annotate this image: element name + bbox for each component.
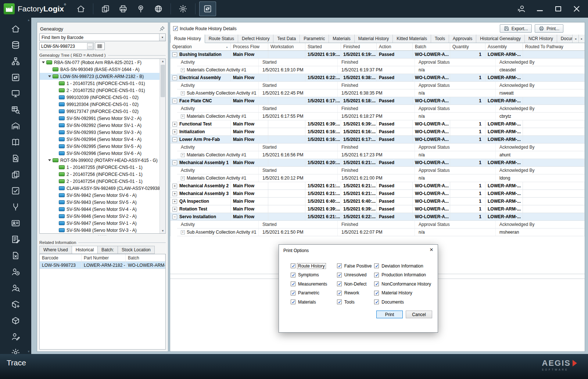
print-option-false-positive[interactable]: False Positive bbox=[337, 263, 374, 269]
expand-activity-icon[interactable]: + bbox=[181, 91, 185, 95]
tree-node[interactable]: SV-SN-9848 (Servo Motor SV-3 - A) bbox=[40, 227, 165, 234]
operation-row[interactable]: +Mechanical Assembly 3Main Flow1/5/2021 … bbox=[170, 190, 585, 198]
column-header-routed-to-pathway[interactable]: Routed To Pathway bbox=[523, 43, 585, 50]
find-mode-select[interactable]: Find Item by Barcode ▼ bbox=[39, 33, 166, 41]
print-option-material-history[interactable]: Material History bbox=[374, 290, 432, 296]
close-button[interactable] bbox=[568, 0, 585, 18]
operation-row[interactable]: −Electrical AssemblyMain Flow1/5/2021 6:… bbox=[170, 74, 585, 82]
scroll-thumb[interactable] bbox=[161, 65, 165, 97]
print-option-nonconformance-history[interactable]: NonConformance History bbox=[374, 281, 432, 287]
activity-row[interactable]: +Materials Collection Activity #11/5/202… bbox=[177, 151, 585, 159]
column-header-operation[interactable]: Operation▲ bbox=[170, 43, 231, 50]
related-column-header[interactable]: Barcode bbox=[40, 254, 82, 261]
tree-node[interactable]: 999173747 (INFORCE-CNS-01 - 02) bbox=[40, 108, 165, 115]
settings-button[interactable] bbox=[175, 1, 191, 16]
tree-node[interactable]: 2 - 201407252 (INFORCE-CNS-01 - 01) bbox=[40, 87, 165, 94]
checkbox-icon[interactable] bbox=[291, 263, 295, 268]
related-row[interactable]: LOW-SN-998723 LOWER-ARM-2182 - B WO-LOWE… bbox=[40, 262, 165, 269]
documents-button[interactable] bbox=[97, 1, 114, 16]
operation-row[interactable]: +Functional TestMain Flow1/5/2021 6:39:.… bbox=[170, 120, 585, 128]
print-option-unresolved[interactable]: Unresolved bbox=[337, 272, 374, 278]
dialog-cancel-button[interactable]: Cancel bbox=[406, 311, 432, 318]
dialog-print-button[interactable]: Print bbox=[376, 311, 403, 318]
related-column-header[interactable]: Batch bbox=[126, 254, 165, 261]
sidebar-item-remove-document[interactable] bbox=[0, 247, 31, 263]
tree-node[interactable]: SV-SN-9842 (Servo Motor SV-6 - A) bbox=[40, 192, 165, 199]
tab-approvals[interactable]: Approvals bbox=[449, 35, 476, 43]
related-tab-where-used[interactable]: Where Used bbox=[39, 246, 72, 254]
sidebar-item-copies[interactable] bbox=[0, 166, 31, 183]
expand-activity-icon[interactable]: + bbox=[181, 153, 185, 157]
column-header-started[interactable]: Started bbox=[305, 43, 341, 50]
tab-route-status[interactable]: Route Status bbox=[205, 35, 238, 43]
operation-row[interactable]: +Rotation TestMain Flow1/5/2021 6:39:...… bbox=[170, 205, 585, 213]
sidebar-item-lookup[interactable] bbox=[0, 102, 31, 118]
web-button[interactable] bbox=[150, 1, 167, 16]
tree-expander-icon[interactable] bbox=[47, 75, 52, 77]
tree-node[interactable]: SV-SN-9844 (Servo Motor SV-4 - A) bbox=[40, 206, 165, 213]
trace-module-button[interactable] bbox=[199, 1, 216, 16]
checkbox-icon[interactable] bbox=[291, 291, 295, 295]
print-toolbar-button[interactable]: Print... bbox=[535, 24, 563, 33]
checkbox-icon[interactable] bbox=[337, 291, 342, 295]
related-tab-batch[interactable]: Batch: bbox=[97, 246, 118, 254]
sidebar-item-receive[interactable] bbox=[0, 296, 31, 312]
tree-node[interactable]: 1 - 201407255 (INFORCE-CNS-01 - 1) bbox=[40, 164, 165, 171]
tree-expander-icon[interactable] bbox=[41, 61, 46, 63]
tree-node[interactable]: SV-SN-092996 (Servo Motor SV-6 - A) bbox=[40, 150, 165, 157]
collapse-row-icon[interactable]: − bbox=[172, 215, 177, 219]
tree-node[interactable]: SV-SN-9843 (Servo Motor SV-5 - A) bbox=[40, 199, 165, 206]
location-button[interactable] bbox=[132, 1, 149, 16]
sidebar-item-ship[interactable] bbox=[0, 312, 31, 328]
tree-node[interactable]: 999102039 (INFORCE-CNS-01 - 02) bbox=[40, 94, 165, 101]
tabs-scroll-right-icon[interactable]: ► bbox=[578, 35, 585, 43]
activity-row[interactable]: +Materials Collection Activity #11/5/202… bbox=[177, 113, 585, 120]
collapse-row-icon[interactable]: − bbox=[172, 137, 177, 142]
browse-button[interactable]: … bbox=[87, 43, 93, 49]
sidebar-item-badge[interactable] bbox=[0, 215, 31, 231]
sidebar-item-data[interactable] bbox=[0, 37, 31, 53]
print-option-deviation-information[interactable]: Deviation Information bbox=[374, 263, 432, 269]
sidebar-item-merge[interactable] bbox=[0, 199, 31, 215]
expand-row-icon[interactable]: + bbox=[172, 191, 177, 196]
column-header-workstation[interactable]: Workstation bbox=[268, 43, 305, 50]
tab-defect-history[interactable]: Defect History bbox=[238, 35, 273, 43]
sidebar-item-trace[interactable] bbox=[0, 69, 31, 85]
checkbox-icon[interactable] bbox=[374, 281, 379, 286]
related-tab-stock-location[interactable]: Stock Location bbox=[118, 246, 155, 254]
sidebar-item-document-search[interactable] bbox=[0, 150, 31, 166]
home-button[interactable] bbox=[72, 1, 89, 16]
tab-kitted-materials[interactable]: Kitted Materials bbox=[393, 35, 431, 43]
sidebar-item-monitor[interactable] bbox=[0, 85, 31, 102]
tree-node[interactable]: RBA-SN-077 (Robot Arm RBA-825-2021 - F) bbox=[40, 59, 165, 66]
tree-node[interactable]: SV-SN-092991 (Servo Motor SV-2 - A) bbox=[40, 115, 165, 122]
checkbox-icon[interactable] bbox=[291, 273, 295, 277]
tree-node[interactable]: SV-SN-9846 (Servo Motor SV-2 - A) bbox=[40, 213, 165, 220]
sidebar-item-user-search[interactable] bbox=[0, 280, 31, 296]
print-option-parametric[interactable]: Parametric bbox=[291, 290, 337, 296]
minimize-button[interactable] bbox=[531, 0, 549, 18]
checkbox-icon[interactable] bbox=[337, 300, 342, 304]
tree-node[interactable]: LOW-SN-998723 (LOWER-ARM-2182 - B) bbox=[40, 73, 165, 80]
tree-node[interactable]: SV-SN-092994 (Servo Motor SV-4 - A) bbox=[40, 136, 165, 143]
checkbox-icon[interactable] bbox=[337, 281, 342, 286]
expand-activity-icon[interactable]: + bbox=[181, 68, 185, 72]
maximize-button[interactable] bbox=[549, 0, 567, 18]
operation-row[interactable]: −Face Plate CNCMain Flow1/5/2021 6:17:..… bbox=[170, 97, 585, 105]
collapse-row-icon[interactable]: − bbox=[172, 99, 177, 103]
related-column-header[interactable]: Part Number bbox=[82, 254, 126, 261]
checkbox-icon[interactable] bbox=[374, 273, 379, 277]
activity-row[interactable]: +Sub Assembly Collection Activity #11/5/… bbox=[177, 89, 585, 97]
sidebar-item-genealogy[interactable] bbox=[0, 53, 31, 69]
sidebar-item-user-edit[interactable] bbox=[0, 328, 31, 344]
print-option-production-information[interactable]: Production Information bbox=[374, 272, 432, 278]
tree-node[interactable]: SV-SN-9847 (Servo Motor SV-1 - A) bbox=[40, 220, 165, 227]
print-option-symptoms[interactable]: Symptoms bbox=[291, 272, 337, 278]
checkbox-icon[interactable] bbox=[374, 291, 379, 295]
print-option-non-defect[interactable]: Non-Defect bbox=[337, 281, 374, 287]
print-option-tools[interactable]: Tools bbox=[337, 299, 374, 305]
expand-activity-icon[interactable]: + bbox=[181, 176, 185, 180]
tab-test-data[interactable]: Test Data bbox=[273, 35, 300, 43]
column-header-finished[interactable]: Finished bbox=[341, 43, 377, 50]
tab-historical-genealogy[interactable]: Historical Genealogy bbox=[476, 35, 525, 43]
